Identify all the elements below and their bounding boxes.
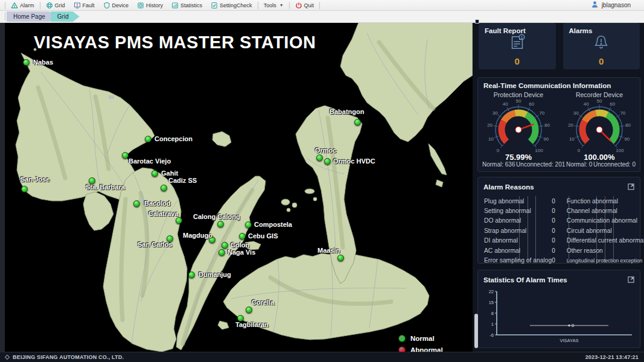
company-name: BEIJING SIFANG AUTOMATION CO., LTD.: [13, 354, 124, 360]
communication-panel: Real-Time Communication Information Prot…: [477, 77, 640, 172]
tab-grid[interactable]: Grid: [51, 11, 80, 22]
station-label-babatngon: Babatngon: [330, 108, 364, 115]
svg-text:0: 0: [578, 148, 581, 153]
map-title: VISAYAS PMS MASTER STATION: [34, 33, 316, 52]
station-label-tagbilaran: Tagbilaran: [235, 321, 269, 328]
alarm-reasons-title: Alarm Reasons: [483, 183, 534, 191]
station-marker-calong-calong[interactable]: [217, 221, 224, 227]
summary-cards-row: Fault Report 0 Alarms: [479, 23, 640, 69]
station-marker-ormoc-hvdc[interactable]: [324, 158, 331, 165]
station-label-san-jose: San Jose: [21, 176, 49, 183]
alarm-reason-row: Strap abnormal0: [484, 226, 558, 235]
svg-text:15: 15: [489, 300, 494, 305]
station-label-gahit: Gahit: [161, 170, 178, 177]
station-marker-colon[interactable]: [222, 242, 228, 249]
gauge-value-recorder-device: 100.00%: [584, 153, 615, 162]
alarm-reason-count: 0: [552, 217, 558, 224]
station-label-ormoc-hvdc: Ormoc HVDC: [333, 157, 375, 165]
toolbar-button-quit[interactable]: Quit: [291, 1, 319, 10]
station-marker-concepcion[interactable]: [145, 136, 151, 142]
toolbar-button-statistics[interactable]: Statistics: [167, 1, 206, 10]
alarm-icon: [11, 2, 18, 9]
statistics-icon: [171, 2, 179, 9]
gauge-protection-device: 010203040506070809010075.99%: [478, 98, 559, 162]
collapse-panel-icon[interactable]: [475, 19, 479, 24]
station-marker-nabas[interactable]: [23, 59, 30, 66]
comm-summary-item: Normal: 636: [482, 161, 515, 168]
svg-text:60: 60: [610, 101, 615, 107]
station-label-cadiz-ss: Cadiz SS: [168, 177, 197, 184]
toolbar-button-label: Device: [112, 2, 129, 8]
visayas-map[interactable]: [5, 23, 473, 352]
svg-text:40: 40: [584, 101, 589, 107]
settingcheck-icon: [211, 2, 218, 9]
toolbar-button-tools[interactable]: Tools▼: [260, 1, 288, 10]
pms-application-window: AlarmGridFaultDeviceHistoryStatisticsSet…: [0, 0, 644, 362]
svg-text:90: 90: [624, 136, 630, 142]
station-label-sta-barbara: Sta. Barbara: [86, 183, 125, 191]
toolbar-button-device[interactable]: Device: [99, 1, 133, 10]
alarm-reason-count: 0: [552, 247, 558, 254]
alarms-card[interactable]: Alarms 0: [563, 23, 640, 69]
station-marker-maasin[interactable]: [337, 255, 344, 261]
legend-label: Abnormal: [410, 346, 443, 352]
svg-text:30: 30: [493, 110, 498, 116]
alarm-statistics-panel: Statistics Of Alarm Times 221581-60VISAY…: [477, 270, 640, 348]
svg-text:30: 30: [573, 110, 579, 116]
toolbar-button-grid[interactable]: Grid: [42, 1, 69, 10]
svg-text:50: 50: [597, 98, 602, 104]
user-info[interactable]: jblagnason: [591, 1, 644, 10]
alarm-reason-label: Strap abnormal: [484, 227, 526, 234]
toolbar-separator: [258, 2, 258, 9]
svg-text:60: 60: [529, 101, 534, 107]
station-marker-cadiz-ss[interactable]: [161, 185, 167, 191]
svg-text:-6: -6: [489, 332, 494, 338]
station-marker-barotac-viejo[interactable]: [122, 152, 129, 159]
alarm-reason-label: AC abnormal: [484, 247, 520, 254]
communication-panel-title: Real-Time Communication Information: [483, 82, 611, 89]
station-marker-san-jose[interactable]: [21, 186, 28, 192]
toolbar-button-history[interactable]: History: [133, 1, 167, 10]
station-label-calong-calong: Calong Calong: [193, 213, 240, 220]
toolbar-button-label: Alarm: [20, 2, 34, 8]
station-label-dumanjug: Dumanjug: [199, 271, 231, 278]
expand-icon[interactable]: [628, 182, 634, 192]
recorder-device-label: Recorder Device: [559, 91, 640, 98]
legend-item-abnormal: Abnormal: [398, 344, 443, 352]
history-icon: [137, 2, 144, 9]
toolbar-button-settingcheck[interactable]: SettingCheck: [206, 1, 257, 10]
station-marker-corella[interactable]: [246, 306, 252, 313]
dashboard-scrollbar[interactable]: [474, 314, 478, 348]
chart-category-label: VISAYAS: [560, 338, 579, 343]
tab-home-page[interactable]: Home Page: [7, 11, 56, 22]
station-marker-dumanjug[interactable]: [188, 272, 195, 278]
station-marker-calatrava[interactable]: [176, 217, 182, 224]
svg-text:40: 40: [503, 101, 508, 107]
fault-report-card[interactable]: Fault Report 0: [479, 23, 556, 69]
alarm-reason-label: DI abnormal: [484, 237, 518, 244]
tabbar-grip: [5, 13, 5, 21]
svg-text:70: 70: [539, 110, 544, 116]
station-marker-compostela[interactable]: [245, 221, 252, 228]
alarm-reason-row: DO abnormal0: [484, 216, 558, 226]
expand-icon[interactable]: [628, 275, 634, 285]
svg-text:20: 20: [568, 122, 573, 128]
station-marker-ormoc[interactable]: [316, 154, 323, 161]
map-panel[interactable]: VISAYAS PMS MASTER STATION NabasConcepci…: [0, 23, 473, 352]
island-panaon: [429, 144, 447, 175]
station-label-magdugo: Magdugo: [183, 232, 212, 239]
tab-bar: Home PageGrid: [0, 11, 644, 23]
station-marker-gahit[interactable]: [151, 170, 158, 177]
station-marker-bacolod[interactable]: [133, 200, 140, 207]
legend-dot-normal: [398, 335, 406, 342]
toolbar-button-fault[interactable]: Fault: [69, 1, 99, 10]
alarm-times-chart: 221581-60VISAYAS: [479, 287, 639, 346]
company-logo-icon: [5, 355, 10, 360]
station-label-colon: Colon: [231, 241, 249, 249]
alarm-reason-count: 0: [552, 208, 558, 214]
station-marker-cebu-gis[interactable]: [239, 233, 246, 240]
fault-report-count: 0: [485, 56, 550, 66]
station-marker-naga-vis[interactable]: [218, 249, 225, 256]
toolbar-button-alarm[interactable]: Alarm: [7, 1, 39, 10]
station-marker-babatngon[interactable]: [354, 119, 361, 125]
